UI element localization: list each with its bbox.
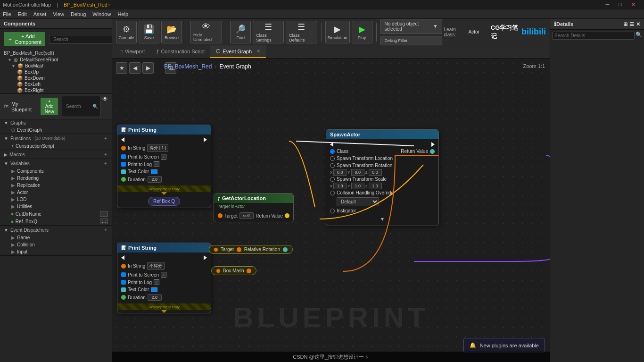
- bookmark-button[interactable]: ★: [116, 62, 127, 74]
- print-string-node-2[interactable]: 📝 Print String In String 不得分: [117, 243, 211, 313]
- spawnactor-scale-y[interactable]: [351, 183, 364, 189]
- tree-item-boxleft[interactable]: 📦 BoxLeft: [0, 81, 112, 87]
- target-small-node[interactable]: Target Relative Rotation: [209, 245, 293, 254]
- spawnactor-scale-pin[interactable]: [330, 177, 335, 182]
- tree-item-boxdown[interactable]: 📦 BoxDown: [0, 75, 112, 81]
- print1-printtolog-checkbox[interactable]: ✓: [154, 161, 159, 167]
- print2-printscreen-pin[interactable]: [121, 272, 126, 277]
- details-search-input[interactable]: [552, 32, 635, 40]
- print1-instring-pin[interactable]: [121, 146, 126, 151]
- tab-construction-script[interactable]: ƒ Construction Script: [150, 45, 210, 58]
- spawnactor-return-pin[interactable]: [430, 149, 435, 154]
- class-settings-button[interactable]: ☰ Class Settings: [253, 21, 284, 43]
- compile-button[interactable]: ⚙ Compile: [116, 21, 137, 43]
- spawn-actor-node[interactable]: SpawnActor Class Return Value: [326, 129, 439, 226]
- macros-add-icon[interactable]: ＋: [103, 151, 108, 158]
- notification-panel[interactable]: 🔔 New plugins are available: [463, 338, 545, 353]
- getactor-target-value[interactable]: self: [239, 212, 254, 219]
- browse-button[interactable]: 📂 Browse: [161, 21, 182, 43]
- spawnactor-rot-x[interactable]: [333, 169, 347, 176]
- blueprint-search-input[interactable]: [64, 103, 92, 110]
- print1-duration-value[interactable]: 2.0: [148, 176, 162, 183]
- details-grid-icon[interactable]: ⊞: [623, 21, 627, 27]
- menu-asset[interactable]: Asset: [33, 11, 47, 17]
- bp-name-crumb[interactable]: BP_BoxMesh_Red: [164, 63, 212, 70]
- get-actor-location-node[interactable]: ƒ GetActorLocation Target is Actor Targe…: [214, 193, 294, 222]
- print2-printtolog-checkbox[interactable]: ✓: [154, 279, 159, 285]
- print1-printscreen-checkbox[interactable]: ✓: [161, 154, 166, 160]
- print2-duration-pin[interactable]: [121, 295, 126, 300]
- eye-icon[interactable]: 👁: [102, 96, 108, 117]
- bp-var-replication[interactable]: ▶Replication: [0, 182, 112, 189]
- menu-file[interactable]: File: [3, 11, 11, 17]
- play-button[interactable]: ▶ Play: [352, 21, 372, 43]
- print1-color-swatch[interactable]: [151, 169, 157, 174]
- variables-section-header[interactable]: ▼ Variables ＋: [0, 159, 112, 168]
- tree-item-boxright[interactable]: 📦 BoxRight: [0, 87, 112, 93]
- details-close-icon[interactable]: ✕: [636, 21, 640, 27]
- event-graph-canvas[interactable]: ★ ◀ ▶ ⊞ BP_BoxMesh_Red › Event Graph Zoo…: [112, 59, 550, 362]
- box-mash-small-node[interactable]: Box Mash: [211, 266, 256, 275]
- print1-printscreen-pin[interactable]: [121, 154, 126, 159]
- spawnactor-exec-out[interactable]: [431, 142, 435, 147]
- bp-var-actor[interactable]: ▶Actor: [0, 189, 112, 196]
- spawnactor-rot-z[interactable]: [369, 169, 382, 176]
- menu-help[interactable]: Help: [117, 11, 128, 17]
- getactor-return-pin[interactable]: [285, 213, 289, 218]
- collision-handling-dropdown[interactable]: Default Always Spawn Try Adjust If Possi…: [337, 197, 379, 206]
- getactor-target-pin[interactable]: [218, 213, 223, 218]
- bp-var-lod[interactable]: ▶LOD: [0, 196, 112, 203]
- print2-instring-value[interactable]: 不得分: [147, 262, 165, 270]
- boxmash-out-pin[interactable]: [247, 269, 251, 273]
- bp-ev-input[interactable]: ▶Input: [0, 248, 112, 255]
- menu-debug[interactable]: Debug: [71, 11, 86, 17]
- print2-duration-value[interactable]: 2.0: [148, 294, 162, 301]
- close-tab-icon[interactable]: ✕: [256, 49, 260, 54]
- bp-var-utilities[interactable]: ▶Utilities: [0, 203, 112, 210]
- print2-instring-pin[interactable]: [121, 264, 126, 269]
- class-defaults-button[interactable]: ☰ Class Defaults: [286, 21, 317, 43]
- spawnactor-exec-in[interactable]: [330, 142, 333, 147]
- bp-var-refboxq[interactable]: ■ Ref_BoxQ …: [0, 218, 112, 225]
- hide-unrelated-button[interactable]: 👁 Hide Unrelated: [190, 21, 222, 43]
- bp-item-constructionscript[interactable]: ƒ ConstructionScript: [0, 143, 112, 150]
- functions-add-icon[interactable]: ＋: [103, 135, 108, 142]
- debug-dropdown[interactable]: No debug object selected ▼: [380, 19, 442, 34]
- spawnactor-instigator-pin[interactable]: [330, 209, 335, 213]
- save-button[interactable]: 💾 Save: [139, 21, 159, 43]
- bp-ev-game[interactable]: ▶Game: [0, 234, 112, 241]
- find-button[interactable]: 🔎 Find: [230, 21, 251, 43]
- target-relative-rotation-pin[interactable]: [283, 247, 288, 252]
- details-list-icon[interactable]: ☰: [629, 21, 634, 27]
- functions-section-header[interactable]: ▼ Functions (18 Overridable) ＋: [0, 134, 112, 143]
- close-btn[interactable]: ✕: [631, 1, 636, 8]
- forward-button[interactable]: ▶: [142, 62, 154, 74]
- bp-var-rendering[interactable]: ▶Rendering: [0, 175, 112, 182]
- print2-printtolog-pin[interactable]: [121, 280, 126, 285]
- bp-var-cutdirname[interactable]: ■ CutDirName …: [0, 210, 112, 218]
- spawnactor-rot-y[interactable]: [351, 169, 364, 176]
- print2-color-swatch[interactable]: [151, 287, 157, 292]
- print1-exec-in-pin[interactable]: [121, 137, 124, 142]
- print2-exec-out-pin[interactable]: [204, 255, 207, 260]
- macros-section-header[interactable]: ▶ Macros ＋: [0, 150, 112, 159]
- components-search-input[interactable]: [51, 36, 112, 43]
- spawnactor-location-pin[interactable]: [330, 156, 335, 161]
- bp-var-components[interactable]: ▶Components: [0, 168, 112, 175]
- menu-window[interactable]: Window: [92, 11, 111, 17]
- tab-viewport[interactable]: □ Viewport: [114, 45, 150, 58]
- print1-textcolor-pin[interactable]: [121, 169, 126, 174]
- print1-exec-out-pin[interactable]: [204, 137, 207, 142]
- print1-duration-pin[interactable]: [121, 177, 126, 182]
- bp-ev-collision[interactable]: ▶Collision: [0, 241, 112, 248]
- graphs-section-header[interactable]: ▼ Graphs: [0, 119, 112, 126]
- print2-printscreen-checkbox[interactable]: ✓: [161, 272, 166, 278]
- dispatchers-add-icon[interactable]: ＋: [103, 227, 108, 233]
- variables-add-icon[interactable]: ＋: [103, 160, 108, 167]
- tree-item-boxup[interactable]: 📦 BoxUp: [0, 69, 112, 75]
- print-string-node-1[interactable]: 📝 Print String: [117, 125, 211, 208]
- print2-textcolor-pin[interactable]: [121, 287, 126, 292]
- menu-edit[interactable]: Edit: [18, 11, 27, 17]
- spawnactor-rotation-pin[interactable]: [330, 163, 335, 168]
- spawnactor-scale-z[interactable]: [369, 183, 382, 189]
